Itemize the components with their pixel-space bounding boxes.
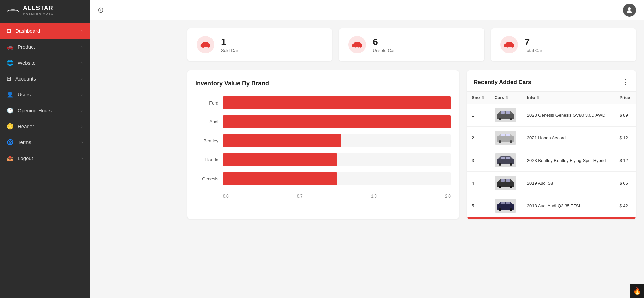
car-thumb-svg — [496, 200, 515, 212]
row-sno: 5 — [467, 194, 490, 217]
stat-card-total: 7 Total Car — [491, 28, 636, 61]
row-price: $ 12 — [615, 127, 636, 149]
fire-badge: 🔥 — [630, 284, 644, 298]
sidebar-nav: ⊞ Dashboard › 🚗 Product › 🌐 Website › ⊞ … — [0, 20, 90, 298]
car-image-2 — [495, 131, 516, 145]
sidebar-item-label: Product — [18, 44, 35, 50]
sidebar-item-opening-hours[interactable]: 🕐 Opening Hours › — [0, 102, 90, 118]
svg-rect-29 — [506, 157, 510, 159]
user-avatar[interactable] — [623, 4, 636, 17]
bar-label-honda: Honda — [195, 157, 218, 162]
svg-point-31 — [510, 163, 512, 166]
chevron-icon: › — [81, 61, 83, 65]
chevron-icon: › — [81, 124, 83, 129]
bar-row-ford: Ford — [195, 96, 451, 109]
sidebar-item-logout[interactable]: 📤 Logout › — [0, 150, 90, 166]
chevron-icon: › — [81, 76, 83, 81]
svg-rect-2 — [201, 44, 210, 47]
sidebar-item-label: Website — [18, 60, 36, 66]
svg-point-35 — [499, 186, 501, 188]
bar-chart: Ford Audi Bentley — [195, 96, 451, 191]
main-content: 1 Sold Car 6 Unsold Car — [179, 20, 644, 298]
table-row: 3 — [467, 149, 636, 172]
car-image-5 — [495, 199, 516, 213]
row-info: 2023 Genesis Genesis GV80 3.0D AWD — [522, 104, 615, 127]
x-tick-2: 1.3 — [371, 194, 377, 199]
row-price: $ 89 — [615, 104, 636, 127]
svg-point-25 — [499, 140, 501, 143]
car-thumb-svg — [496, 177, 515, 189]
bar-row-audi: Audi — [195, 115, 451, 128]
sidebar-item-website[interactable]: 🌐 Website › — [0, 55, 90, 71]
unsold-car-icon-wrap — [348, 36, 366, 53]
svg-point-20 — [499, 118, 501, 120]
total-car-icon — [504, 41, 515, 48]
bar-label-bentley: Bentley — [195, 138, 218, 143]
sidebar-item-users[interactable]: 👤 Users › — [0, 87, 90, 102]
bar-label-genesis: Genesis — [195, 176, 218, 181]
row-sno: 1 — [467, 104, 490, 127]
bar-fill-honda — [223, 153, 337, 166]
sidebar-logo: ALLSTAR PREMIER AUTO — [0, 0, 90, 20]
topbar: ⊙ — [90, 0, 644, 20]
target-icon[interactable]: ⊙ — [98, 6, 104, 15]
stat-card-sold: 1 Sold Car — [187, 28, 332, 61]
recent-bottom-bar — [467, 217, 636, 219]
dashboard-icon: ⊞ — [7, 28, 11, 34]
logout-icon: 📤 — [7, 155, 14, 161]
sold-car-icon-wrap — [197, 36, 214, 53]
total-car-icon-wrap — [500, 36, 518, 53]
chevron-icon: › — [81, 156, 83, 161]
table-row: 2 — [467, 127, 636, 149]
car-image-3 — [495, 153, 516, 167]
unsold-car-icon — [352, 41, 363, 48]
svg-point-11 — [359, 47, 360, 48]
sidebar-item-dashboard[interactable]: ⊞ Dashboard › — [0, 23, 90, 39]
bar-track-ford — [223, 96, 451, 109]
chevron-icon: › — [81, 29, 83, 33]
header-icon: 🪙 — [7, 123, 14, 130]
sold-car-label: Sold Car — [221, 48, 238, 53]
sort-icon-info: ⇅ — [537, 96, 539, 99]
bar-fill-bentley — [223, 134, 341, 147]
sidebar-item-label: Dashboard — [15, 28, 40, 34]
website-icon: 🌐 — [7, 60, 14, 66]
row-info: 2023 Bentley Bentley Flying Spur Hybrid — [522, 149, 615, 172]
terms-icon: 🌀 — [7, 139, 14, 145]
col-cars: Cars⇅ — [490, 92, 522, 104]
svg-rect-24 — [506, 134, 510, 136]
stat-card-unsold: 6 Unsold Car — [339, 28, 484, 61]
bar-fill-ford — [223, 96, 451, 109]
opening-hours-icon: 🕐 — [7, 107, 14, 114]
col-sno: Sno⇅ — [467, 92, 490, 104]
sidebar-item-terms[interactable]: 🌀 Terms › — [0, 134, 90, 150]
sidebar-item-label: Header — [18, 123, 34, 129]
svg-rect-33 — [501, 179, 505, 182]
row-info: 2018 Audi Audi Q3 35 TFSI — [522, 194, 615, 217]
bar-track-honda — [223, 153, 451, 166]
bar-row-bentley: Bentley — [195, 134, 451, 147]
users-icon: 👤 — [7, 91, 14, 98]
more-options-button[interactable]: ⋮ — [622, 78, 629, 86]
x-tick-1: 0.7 — [297, 194, 303, 199]
row-sno: 2 — [467, 127, 490, 149]
row-car-thumb — [490, 149, 522, 172]
sidebar-item-label: Opening Hours — [18, 108, 52, 113]
sort-icon-cars: ⇅ — [505, 96, 508, 99]
table-row: 5 — [467, 194, 636, 217]
recent-table: Sno⇅ Cars⇅ Info⇅ Price — [467, 91, 636, 217]
row-sno: 4 — [467, 172, 490, 194]
sidebar-item-product[interactable]: 🚗 Product › — [0, 39, 90, 55]
sidebar-item-header[interactable]: 🪙 Header › — [0, 118, 90, 134]
row-car-thumb — [490, 104, 522, 127]
svg-point-26 — [510, 140, 512, 143]
svg-rect-39 — [506, 202, 510, 204]
sidebar-item-accounts[interactable]: ⊞ Accounts › — [0, 71, 90, 87]
fire-icon: 🔥 — [633, 287, 641, 295]
car-thumb-svg — [496, 132, 515, 144]
svg-point-1 — [628, 7, 631, 10]
sidebar-item-label: Users — [18, 92, 31, 97]
bar-track-genesis — [223, 172, 451, 185]
svg-point-36 — [510, 186, 512, 188]
row-car-thumb — [490, 127, 522, 149]
